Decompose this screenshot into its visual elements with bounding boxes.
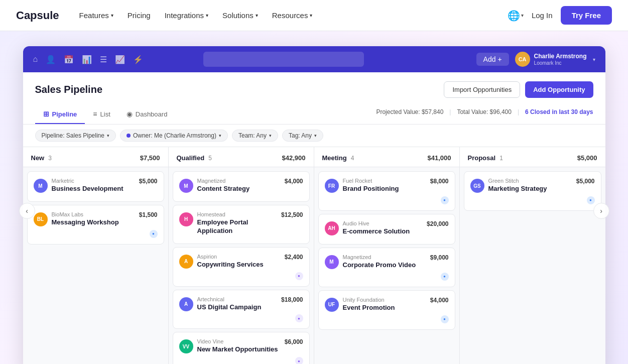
pipeline-tab-icon: ⊞ bbox=[43, 110, 49, 118]
table-row[interactable]: M Magnetized Content Strategy $4,000 bbox=[173, 171, 310, 202]
avatar: M bbox=[179, 179, 193, 193]
col-header: New 3 $7,500 bbox=[23, 147, 168, 167]
user-chevron-icon: ▾ bbox=[593, 57, 595, 62]
card-top: M Magnetized Corporate Promo Video $9,00… bbox=[325, 254, 449, 270]
card-value: $9,000 bbox=[430, 254, 449, 261]
card-info: Homestead Employee Portal Application bbox=[197, 211, 282, 235]
login-button[interactable]: Log In bbox=[532, 11, 553, 20]
chevron-down-icon: ▾ bbox=[269, 133, 272, 138]
col-cards: FR Fuel Rocket Brand Positioning $8,000 … bbox=[314, 167, 459, 334]
filters-row: Pipeline: Sales Pipeline ▾ Owner: Me (Ch… bbox=[23, 125, 605, 147]
col-title: Meeting bbox=[322, 154, 347, 162]
card-footer: ● bbox=[179, 272, 303, 280]
user-menu[interactable]: CA Charlie Armstrong Loomark Inc ▾ bbox=[515, 52, 595, 67]
card-top: H Homestead Employee Portal Application … bbox=[179, 211, 303, 235]
card-company: Magnetized bbox=[343, 254, 416, 260]
globe-icon[interactable]: 🌐 ▾ bbox=[508, 10, 524, 22]
col-count: 1 bbox=[499, 155, 503, 162]
col-count: 4 bbox=[351, 155, 354, 162]
avatar: AH bbox=[325, 221, 339, 235]
table-row[interactable]: GS Green Stitch Marketing Strategy $5,00… bbox=[464, 171, 601, 211]
nav-pricing[interactable]: Pricing bbox=[128, 11, 151, 20]
logo[interactable]: Capsule bbox=[16, 9, 59, 22]
badge-icon: ● bbox=[295, 272, 303, 280]
card-value: $20,000 bbox=[427, 220, 448, 227]
table-row[interactable]: H Homestead Employee Portal Application … bbox=[173, 205, 310, 244]
app-topbar: ⌂ 👤 📅 📊 ☰ 📈 ⚡ Add + CA Charlie Armstrong bbox=[23, 46, 605, 72]
card-left: M Magnetized Corporate Promo Video bbox=[325, 254, 416, 270]
card-top: A Artechnical US Digital Campaign $18,00… bbox=[179, 296, 303, 312]
card-name: Messaging Workshop bbox=[52, 218, 119, 227]
card-left: FR Fuel Rocket Brand Positioning bbox=[325, 178, 399, 193]
filter-owner[interactable]: Owner: Me (Charlie Armstrong) ▾ bbox=[120, 130, 228, 142]
card-value: $12,500 bbox=[281, 211, 303, 218]
table-row[interactable]: M Marketric Business Development $5,000 bbox=[27, 171, 164, 202]
col-value: $42,900 bbox=[282, 154, 306, 162]
nav-solutions[interactable]: Solutions ▾ bbox=[222, 11, 258, 20]
col-cards: GS Green Stitch Marketing Strategy $5,00… bbox=[460, 167, 605, 215]
table-row[interactable]: AH Audio Hive E-commerce Solution $20,00… bbox=[318, 214, 455, 245]
col-value: $5,000 bbox=[577, 154, 597, 162]
add-button[interactable]: Add + bbox=[476, 53, 509, 66]
nav-actions: 🌐 ▾ Log In Try Free bbox=[508, 6, 612, 25]
trend-icon[interactable]: 📈 bbox=[115, 55, 125, 64]
card-name: Content Strategy bbox=[197, 185, 250, 193]
add-opportunity-button[interactable]: Add Opportunity bbox=[525, 81, 593, 98]
card-info: Audio Hive E-commerce Solution bbox=[343, 220, 410, 236]
filter-pipeline[interactable]: Pipeline: Sales Pipeline ▾ bbox=[35, 130, 116, 142]
table-row[interactable]: M Magnetized Corporate Promo Video $9,00… bbox=[318, 248, 455, 287]
main-content: ‹ › ⌂ 👤 📅 📊 ☰ 📈 ⚡ Add + CA bbox=[0, 31, 628, 364]
pipeline-title-row: Sales Pipeline Import Opportunities Add … bbox=[35, 81, 593, 98]
person-icon[interactable]: 👤 bbox=[46, 55, 56, 64]
table-row[interactable]: BL BioMax Labs Messaging Workshop $1,500… bbox=[27, 205, 164, 245]
nav-features[interactable]: Features ▾ bbox=[79, 11, 113, 20]
card-info: Aspirion Copywriting Services bbox=[197, 254, 264, 269]
nav-resources[interactable]: Resources ▾ bbox=[272, 11, 313, 20]
table-row[interactable]: UF Unity Foundation Event Promotion $4,0… bbox=[318, 290, 455, 330]
table-row[interactable]: FR Fuel Rocket Brand Positioning $8,000 … bbox=[318, 171, 455, 211]
card-value: $18,000 bbox=[281, 296, 303, 303]
card-company: Video Vine bbox=[197, 338, 278, 344]
tab-dashboard[interactable]: ◉ Dashboard bbox=[118, 105, 176, 124]
avatar: A bbox=[179, 255, 193, 269]
card-name: Copywriting Services bbox=[197, 261, 264, 269]
table-row[interactable]: VV Video Vine New Market Opportunities $… bbox=[173, 332, 310, 364]
card-left: M Marketric Business Development bbox=[34, 178, 123, 193]
col-title: Proposal bbox=[468, 154, 496, 162]
chevron-down-icon: ▾ bbox=[256, 13, 258, 18]
pipeline-tabs: ⊞ Pipeline ≡ List ◉ Dashboard bbox=[35, 105, 176, 124]
nav-integrations[interactable]: Integrations ▾ bbox=[165, 11, 208, 20]
table-row[interactable]: A Artechnical US Digital Campaign $18,00… bbox=[173, 290, 310, 329]
scroll-left-arrow[interactable]: ‹ bbox=[19, 203, 35, 219]
card-info: Fuel Rocket Brand Positioning bbox=[343, 178, 399, 193]
card-company: Magnetized bbox=[197, 178, 250, 184]
lightning-icon[interactable]: ⚡ bbox=[133, 55, 143, 64]
filter-tag[interactable]: Tag: Any ▾ bbox=[282, 130, 323, 142]
tab-list[interactable]: ≡ List bbox=[85, 105, 118, 124]
app-window-wrapper: ‹ › ⌂ 👤 📅 📊 ☰ 📈 ⚡ Add + CA bbox=[23, 46, 605, 364]
card-name: Marketing Strategy bbox=[488, 185, 547, 193]
user-company: Loomark Inc bbox=[534, 60, 587, 66]
scroll-right-arrow[interactable]: › bbox=[593, 203, 609, 219]
card-company: Fuel Rocket bbox=[343, 178, 399, 184]
home-icon[interactable]: ⌂ bbox=[33, 55, 38, 64]
chart-icon[interactable]: 📊 bbox=[82, 55, 92, 64]
table-row[interactable]: A Aspirion Copywriting Services $2,400 ● bbox=[173, 247, 310, 287]
card-footer: ● bbox=[470, 196, 595, 204]
chevron-down-icon: ▾ bbox=[219, 133, 221, 138]
tab-pipeline[interactable]: ⊞ Pipeline bbox=[35, 105, 85, 124]
card-left: M Magnetized Content Strategy bbox=[179, 178, 250, 193]
search-input[interactable] bbox=[203, 52, 364, 67]
avatar: UF bbox=[325, 298, 339, 312]
list-icon[interactable]: ☰ bbox=[100, 55, 107, 64]
card-info: Green Stitch Marketing Strategy bbox=[488, 178, 547, 193]
col-title-row: Qualified 5 bbox=[177, 154, 212, 162]
calendar-icon[interactable]: 📅 bbox=[64, 55, 74, 64]
import-opportunities-button[interactable]: Import Opportunities bbox=[444, 81, 520, 98]
card-company: Artechnical bbox=[197, 296, 262, 302]
badge-icon: ● bbox=[295, 357, 303, 364]
try-free-button[interactable]: Try Free bbox=[561, 6, 612, 25]
filter-team[interactable]: Team: Any ▾ bbox=[232, 130, 278, 142]
card-value: $4,000 bbox=[285, 178, 303, 185]
chevron-down-icon: ▾ bbox=[314, 133, 317, 138]
